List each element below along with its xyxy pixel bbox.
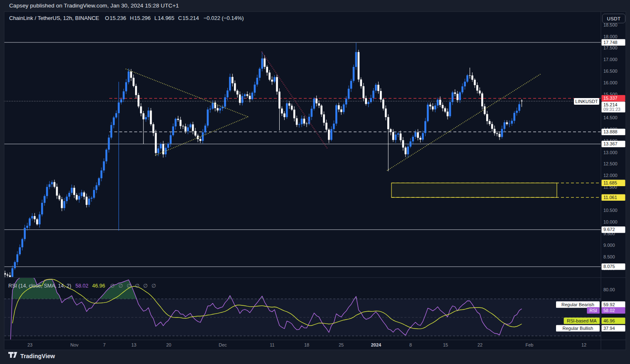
candle-body [51,182,53,184]
candle-body [259,69,261,78]
candle-body [229,77,231,91]
empty-set-icon[interactable]: ∅ [143,283,148,289]
candle-body [410,141,412,147]
candle-body [464,82,466,86]
candle-body [19,247,21,254]
svg-text:Dec: Dec [219,342,227,347]
symbol-title[interactable]: ChainLink / TetherUS, 12h, BINANCE [9,15,99,21]
svg-text:12: 12 [581,342,586,347]
highlight-rectangle[interactable] [391,183,557,197]
candle-body [91,198,93,199]
candle-body [39,214,41,224]
candle-body [461,86,463,92]
candle-body [135,86,137,95]
candle-body [506,122,508,124]
candle-body [46,187,48,196]
svg-text:13: 13 [131,342,136,347]
svg-text:11: 11 [270,342,274,347]
candle-body [71,188,73,193]
candle-body [241,96,244,103]
svg-text:17.500: 17.500 [603,45,618,50]
candle-body [34,216,36,219]
candle-body [466,75,468,81]
candle-body [78,196,80,200]
candle-body [263,59,266,67]
candle-body [489,121,491,124]
candle-body [484,106,486,114]
candle-body [31,216,33,219]
tradingview-logo-icon [8,352,17,360]
candle-body [419,138,421,140]
candle-body [377,85,379,91]
candle-body [68,193,70,197]
empty-set-icon[interactable]: ∅ [151,283,156,289]
candle-body [442,105,444,108]
candle-body [338,105,340,109]
candle-body [397,133,399,135]
candle-body [283,113,285,117]
empty-set-icon[interactable]: ∅ [127,283,131,289]
svg-text:58.02: 58.02 [603,308,615,313]
candle-body [44,196,46,203]
svg-text:80.00: 80.00 [603,287,615,292]
candle-body [372,91,374,98]
svg-text:13.000: 13.000 [603,150,618,155]
footer-branding[interactable]: TradingView [8,352,55,360]
candle-body [345,99,347,105]
svg-text:Nov: Nov [70,342,79,347]
candle-body [29,219,31,226]
candle-body [108,138,110,150]
candle-body [66,197,68,201]
candle-body [86,197,88,204]
close-label: C [178,15,182,21]
candle-body [298,124,300,125]
currency-toggle-button[interactable]: USDT [602,14,625,23]
candle-body [479,91,481,93]
candle-body [343,104,345,112]
candle-body [362,86,364,98]
candle-body [281,108,283,113]
candle-body [236,91,239,94]
candle-body [204,125,207,132]
open-value: 15.236 [110,15,126,21]
candle-body [158,148,160,153]
open-label: O [105,15,109,21]
rsi-disabled-markers: ∅ ∅ ∅ ∅ ∅ ∅ [110,283,160,289]
empty-set-icon[interactable]: ∅ [118,283,123,289]
empty-set-icon[interactable]: ∅ [135,283,140,289]
rsi-title[interactable]: RSI (14, close, SMA, 14, 2) [8,283,71,289]
candle-body [14,262,16,268]
candle-body [234,83,236,91]
candle-body [202,133,204,141]
svg-text:RSI: RSI [590,308,597,313]
candle-body [452,92,454,102]
candle-body [41,203,43,214]
candle-body [162,144,165,154]
svg-text:11.685: 11.685 [603,180,617,185]
candle-body [251,93,253,99]
candle-body [189,124,192,127]
candle-body [113,118,115,125]
candle-body [521,101,523,101]
candle-body [348,89,350,98]
empty-set-icon[interactable]: ∅ [110,283,115,289]
candle-body [405,148,407,154]
candle-body [111,125,113,138]
chart-canvas[interactable]: 18.50018.00017.50017.00016.50016.00015.5… [0,0,630,364]
svg-text:8: 8 [409,342,412,347]
candle-body [355,52,357,67]
svg-text:12.000: 12.000 [603,173,618,178]
svg-text:12.500: 12.500 [603,161,618,166]
rsi-ma-value: 46.96 [92,283,105,289]
candle-body [402,140,404,148]
candle-body [437,100,439,106]
svg-text:15.214: 15.214 [603,102,618,107]
candle-body [330,129,332,140]
svg-text:8.075: 8.075 [603,264,615,269]
candle-body [360,79,362,86]
svg-text:17.000: 17.000 [603,57,618,62]
candle-body [293,110,295,118]
candle-body [494,129,496,133]
candle-body [192,124,194,131]
publish-text: Capsey published on TradingView.com, Jan… [9,2,179,9]
